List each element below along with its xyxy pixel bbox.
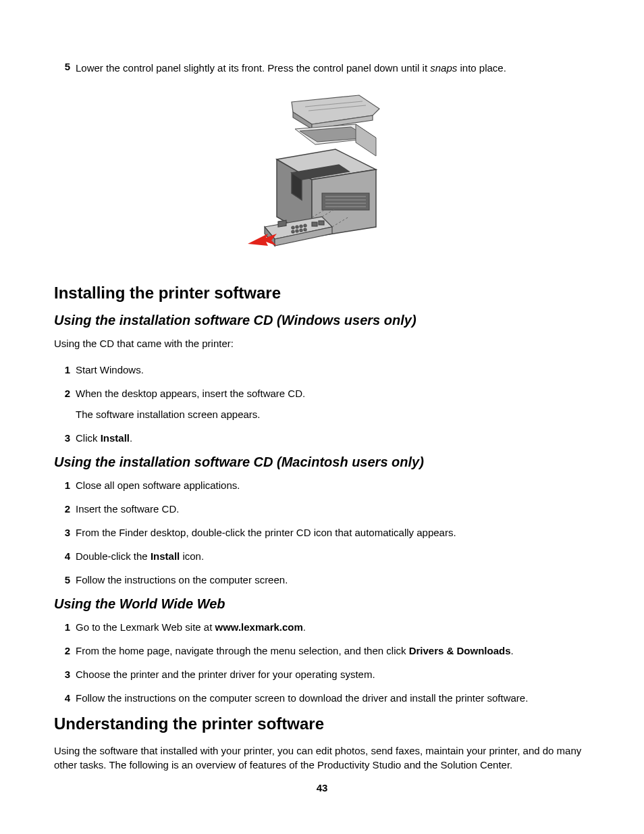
text-after: . [130, 432, 132, 444]
subheading-mac: Using the installation software CD (Maci… [54, 454, 590, 470]
web-steps-list: Go to the Lexmark Web site at www.lexmar… [54, 620, 590, 705]
step-body: From the Finder desktop, double-click th… [76, 525, 590, 540]
text-before: From the home page, navigate through the… [76, 645, 409, 656]
step-text: When the desktop appears, insert the sof… [76, 388, 305, 399]
text-bold: www.lexmark.com [215, 621, 302, 633]
svg-rect-2 [322, 193, 369, 210]
svg-point-15 [304, 228, 306, 231]
mac-steps-list: Close all open software applications. In… [54, 478, 590, 587]
step-body: Choose the printer and the printer drive… [76, 667, 590, 681]
text-bold: Drivers & Downloads [409, 645, 511, 656]
list-item: From the Finder desktop, double-click th… [54, 525, 590, 540]
list-item: Insert the software CD. [54, 502, 590, 516]
subheading-windows: Using the installation software CD (Wind… [54, 313, 590, 328]
step-number: 5 [54, 61, 70, 75]
svg-point-14 [300, 229, 302, 232]
heading-installing: Installing the printer software [54, 284, 590, 303]
step-body: Go to the Lexmark Web site at www.lexmar… [76, 620, 590, 634]
list-item: Start Windows. [54, 363, 590, 377]
step-body: Double-click the Install icon. [76, 549, 590, 563]
list-item: Choose the printer and the printer drive… [54, 667, 590, 681]
text-before: Go to the Lexmark Web site at [76, 621, 215, 633]
heading-understanding: Understanding the printer software [54, 714, 590, 733]
text-before: Click [76, 432, 101, 444]
text-after: . [303, 621, 306, 633]
step-body: Close all open software applications. [76, 478, 590, 492]
step-subtext: The software installation screen appears… [76, 407, 590, 421]
intro-windows: Using the CD that came with the printer: [54, 336, 590, 350]
list-item: When the desktop appears, insert the sof… [54, 386, 590, 421]
text-bold: Install [101, 432, 130, 444]
step-5-text-after: into place. [457, 62, 506, 74]
subheading-web: Using the World Wide Web [54, 596, 590, 612]
windows-steps-list: Start Windows. When the desktop appears,… [54, 363, 590, 445]
step-5-row: 5 Lower the control panel slightly at it… [54, 61, 590, 75]
list-item: Click Install. [54, 431, 590, 445]
step-5-italic: snaps [430, 62, 457, 74]
list-item: Close all open software applications. [54, 478, 590, 492]
list-item: Follow the instructions on the computer … [54, 573, 590, 587]
step-body: From the home page, navigate through the… [76, 644, 590, 658]
svg-rect-7 [278, 220, 286, 227]
printer-illustration [54, 92, 590, 263]
list-item: Go to the Lexmark Web site at www.lexmar… [54, 620, 590, 634]
step-body: Follow the instructions on the computer … [76, 573, 590, 587]
step-body: Insert the software CD. [76, 502, 590, 516]
step-5-text-before: Lower the control panel slightly at its … [76, 62, 430, 74]
step-body: Follow the instructions on the computer … [76, 691, 590, 705]
svg-rect-16 [312, 222, 317, 226]
svg-point-11 [304, 224, 306, 227]
list-item: Double-click the Install icon. [54, 549, 590, 563]
step-body: When the desktop appears, insert the sof… [76, 386, 590, 421]
svg-rect-17 [319, 221, 324, 225]
text-bold: Install [151, 550, 180, 562]
step-5-text: Lower the control panel slightly at its … [76, 61, 506, 75]
page-number: 43 [0, 782, 644, 793]
svg-point-12 [292, 230, 294, 233]
svg-point-10 [300, 225, 302, 228]
list-item: From the home page, navigate through the… [54, 644, 590, 658]
svg-point-8 [292, 226, 294, 229]
intro-understanding: Using the software that installed with y… [54, 744, 590, 772]
text-after: . [511, 645, 514, 656]
svg-point-13 [296, 230, 298, 232]
text-after: icon. [180, 550, 204, 562]
step-body: Start Windows. [76, 363, 590, 377]
svg-point-9 [296, 226, 298, 228]
printer-svg [244, 92, 400, 261]
list-item: Follow the instructions on the computer … [54, 691, 590, 705]
text-before: Double-click the [76, 550, 151, 562]
step-body: Click Install. [76, 431, 590, 445]
